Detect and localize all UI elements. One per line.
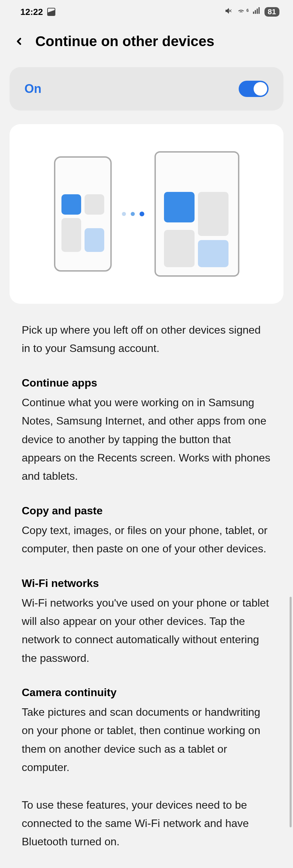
toggle-label: On [24, 82, 41, 96]
illustration-card [10, 124, 283, 304]
status-right: 6 81 [224, 6, 279, 18]
page-title: Continue on other devices [35, 33, 214, 50]
status-time: 12:22 [20, 7, 43, 17]
section-copy-paste: Copy and paste Copy text, images, or fil… [22, 505, 271, 558]
wifi-icon: 6 [237, 6, 249, 18]
toggle-switch[interactable] [239, 81, 269, 97]
toggle-knob [254, 82, 267, 96]
scrollbar[interactable] [290, 597, 292, 827]
illustration-dots [122, 212, 144, 216]
section-body: Continue what you were working on in Sam… [22, 393, 271, 486]
section-title: Copy and paste [22, 505, 271, 517]
battery-badge: 81 [264, 7, 279, 17]
section-title: Wi-Fi networks [22, 577, 271, 590]
signal-icon [252, 6, 261, 18]
status-left: 12:22 [20, 7, 55, 17]
back-button[interactable] [12, 35, 26, 48]
section-title: Continue apps [22, 377, 271, 389]
section-body: Wi-Fi networks you've used on your phone… [22, 594, 271, 668]
section-title: Camera continuity [22, 686, 271, 699]
illustration-tablet [154, 151, 239, 277]
header: Continue on other devices [0, 24, 293, 63]
intro-text: Pick up where you left off on other devi… [22, 321, 271, 358]
picture-icon [47, 8, 55, 16]
section-continue-apps: Continue apps Continue what you were wor… [22, 377, 271, 486]
section-body: Take pictures and scan documents or hand… [22, 703, 271, 777]
illustration-phone [54, 156, 112, 272]
mute-icon [224, 6, 233, 18]
section-wifi-networks: Wi-Fi networks Wi-Fi networks you've use… [22, 577, 271, 668]
status-bar: 12:22 6 81 [0, 0, 293, 24]
main-toggle-card[interactable]: On [10, 67, 283, 111]
footer-text: To use these features, your devices need… [0, 796, 293, 851]
content-area: Pick up where you left off on other devi… [0, 321, 293, 777]
section-camera-continuity: Camera continuity Take pictures and scan… [22, 686, 271, 777]
section-body: Copy text, images, or files on your phon… [22, 521, 271, 558]
